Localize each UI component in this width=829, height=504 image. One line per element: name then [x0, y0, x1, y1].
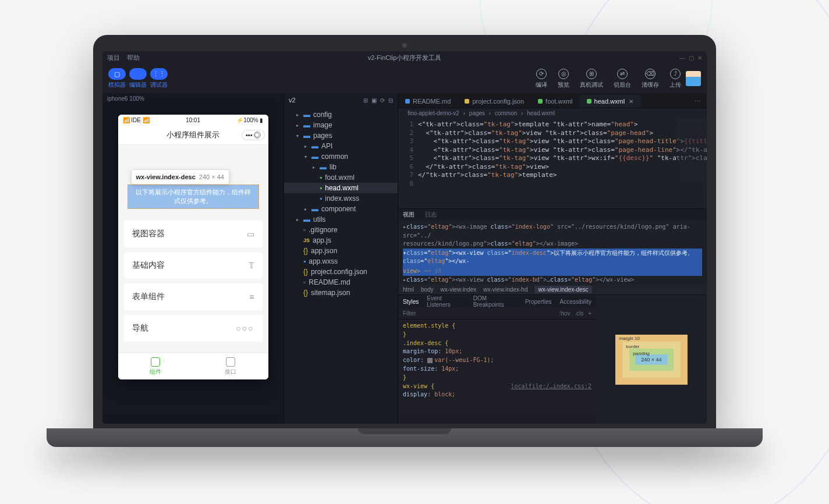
cls-toggle[interactable]: .cls	[575, 310, 583, 317]
mode-pill-1[interactable]: 编辑器	[129, 68, 147, 89]
breadcrumb: fino-applet-demo-v2 › pages › common › h…	[398, 108, 707, 118]
dom-crumb-seg[interactable]: body	[421, 286, 434, 293]
phone-preview: 📶 IDE 📶 10:01 ⚡100% ▮ 小程序组件展示 ••• ◯	[118, 115, 268, 379]
toolbar-action-1[interactable]: ◎预览	[558, 69, 569, 89]
toolbar-action-3[interactable]: ⇌切后台	[614, 69, 631, 89]
tree-item[interactable]: ▸▬utils	[284, 214, 398, 225]
dom-tree[interactable]: ▸class="eltag"><wx-image class="index-lo…	[398, 221, 707, 285]
toolbar-action-4[interactable]: ⌫清缓存	[642, 69, 659, 89]
nav-title: 小程序组件展示	[166, 130, 219, 140]
mode-pill-2[interactable]: ⋮⋮调试器	[150, 68, 168, 89]
menu-help[interactable]: 帮助	[127, 54, 140, 62]
tree-item[interactable]: {}project.config.json	[284, 267, 398, 277]
dom-crumb-seg[interactable]: wx-view.index-desc	[534, 286, 591, 293]
box-model: border padding 240 × 44	[596, 295, 707, 424]
inspect-tooltip: wx-view.index-desc240 × 44	[131, 169, 229, 184]
mode-pill-0[interactable]: ▢模拟器	[108, 68, 126, 89]
editor-area: README.md project.config.json foot.wxml …	[398, 93, 707, 424]
code-editor[interactable]: 12345678 <"tk-attr">class="tk-tag">templ…	[398, 118, 707, 208]
hov-toggle[interactable]: :hov	[559, 310, 570, 317]
styles-subtab[interactable]: Accessibility	[560, 299, 591, 305]
editor-tab[interactable]: project.config.json	[458, 95, 531, 108]
devtools-panel: 视图 日志 ▸class="eltag"><wx-image class="in…	[398, 208, 707, 424]
tree-item[interactable]: JSapp.js	[284, 235, 398, 246]
tab-close-icon[interactable]: ✕	[629, 98, 633, 105]
styles-subtab[interactable]: Event Listeners	[427, 295, 465, 308]
explorer-root[interactable]: v2	[289, 97, 296, 104]
minimap[interactable]	[678, 118, 707, 208]
more-icon[interactable]: •••	[246, 132, 253, 139]
new-folder-icon[interactable]: ▣	[371, 97, 377, 104]
toolbar-action-0[interactable]: ⟳编译	[536, 69, 547, 89]
devtools-tab-log[interactable]: 日志	[425, 211, 437, 219]
demo-menu-item[interactable]: 视图容器▭	[124, 221, 263, 247]
breadcrumb-seg[interactable]: common	[495, 110, 517, 116]
tree-item[interactable]: ▪foot.wxml	[284, 172, 398, 183]
phone-tab[interactable]: 组件	[118, 353, 193, 379]
dom-breadcrumb[interactable]: htmlbodywx-view.indexwx-view.index-hdwx-…	[398, 285, 707, 294]
styles-rules[interactable]: element.style {}.index-desc {</span></di…	[398, 320, 596, 424]
editor-tab[interactable]: head.wxml✕	[580, 95, 641, 108]
status-left: 📶 IDE 📶	[123, 117, 150, 123]
tree-item[interactable]: ▫README.md	[284, 277, 398, 288]
min-icon[interactable]: —	[679, 55, 685, 61]
device-label: iphone6 100%	[102, 93, 284, 104]
breadcrumb-seg[interactable]: fino-applet-demo-v2	[408, 110, 459, 116]
dom-crumb-seg[interactable]: html	[403, 286, 414, 293]
tree-item[interactable]: {}sitemap.json	[284, 288, 398, 298]
demo-menu-item[interactable]: 表单组件≡	[124, 283, 263, 310]
toolbar-action-5[interactable]: ⤴上传	[669, 69, 681, 89]
new-file-icon[interactable]: ⊞	[363, 97, 368, 104]
close-icon[interactable]: ✕	[697, 55, 702, 61]
menubar: 项目 帮助 v2-FinClip小程序开发工具 — ▢ ✕	[102, 51, 707, 64]
styles-subtab[interactable]: Styles	[403, 299, 419, 305]
add-rule-icon[interactable]: +	[588, 310, 591, 317]
selected-element-highlight: 以下将展示小程序官方组件能力，组件样式仅供参考。	[127, 184, 259, 209]
demo-menu-item[interactable]: 基础内容𝕋	[124, 252, 263, 279]
demo-menu-item[interactable]: 导航○○○	[124, 315, 263, 342]
tree-item[interactable]: ▸▬component	[284, 204, 398, 214]
status-right: ⚡100% ▮	[236, 117, 263, 123]
dom-crumb-seg[interactable]: wx-view.index-hd	[483, 286, 527, 293]
menu-project[interactable]: 项目	[107, 54, 120, 62]
avatar[interactable]	[686, 71, 701, 86]
devtools-tab-view[interactable]: 视图	[403, 211, 414, 219]
simulator-panel: iphone6 100% 📶 IDE 📶 10:01 ⚡100% ▮ 小程序组件…	[102, 93, 284, 424]
styles-subtab[interactable]: Properties	[525, 299, 552, 305]
tree-item[interactable]: ▪head.wxml	[284, 183, 398, 193]
close-circle-icon[interactable]: ◯	[254, 132, 261, 139]
styles-filter[interactable]: Filter	[403, 310, 416, 317]
tree-item[interactable]: ▪app.wxss	[284, 256, 398, 267]
tree-item[interactable]: ▸▬lib	[284, 162, 398, 172]
tab-more-icon[interactable]: ⋯	[689, 95, 707, 108]
tree-item[interactable]: ▾▬common	[284, 151, 398, 162]
tree-item[interactable]: ▫.gitignore	[284, 225, 398, 235]
tree-item[interactable]: ▸▬image	[284, 120, 398, 130]
breadcrumb-seg[interactable]: pages	[469, 110, 485, 116]
refresh-icon[interactable]: ⟳	[380, 97, 385, 104]
phone-tab[interactable]: 接口	[193, 353, 268, 379]
tree-item[interactable]: ▪index.wxss	[284, 193, 398, 204]
tree-item[interactable]: ▸▬API	[284, 141, 398, 151]
breadcrumb-seg[interactable]: head.wxml	[527, 110, 555, 116]
max-icon[interactable]: ▢	[689, 55, 694, 61]
laptop-frame: 项目 帮助 v2-FinClip小程序开发工具 — ▢ ✕ ▢模拟器 编辑器 ⋮…	[93, 35, 716, 447]
toolbar: ▢模拟器 编辑器 ⋮⋮调试器 ⟳编译 ◎预览 ⊞真机调试 ⇌切后台 ⌫清缓存 ⤴…	[102, 64, 707, 93]
dom-crumb-seg[interactable]: wx-view.index	[441, 286, 477, 293]
tree-item[interactable]: ▾▬pages	[284, 130, 398, 141]
styles-subtab[interactable]: DOM Breakpoints	[473, 295, 517, 308]
editor-tabstrip: README.md project.config.json foot.wxml …	[398, 93, 707, 108]
editor-tab[interactable]: README.md	[398, 95, 458, 108]
tree-item[interactable]: {}app.json	[284, 246, 398, 256]
file-explorer: v2 ⊞ ▣ ⟳ ⊟ ▸▬config ▸▬image ▾▬pages ▸▬AP…	[284, 93, 398, 424]
ide-window: 项目 帮助 v2-FinClip小程序开发工具 — ▢ ✕ ▢模拟器 编辑器 ⋮…	[102, 51, 707, 424]
collapse-icon[interactable]: ⊟	[388, 97, 393, 104]
capsule-button[interactable]: ••• ◯	[242, 130, 265, 140]
window-title: v2-FinClip小程序开发工具	[368, 54, 442, 62]
tree-item[interactable]: ▸▬config	[284, 109, 398, 120]
editor-tab[interactable]: foot.wxml	[531, 95, 579, 108]
toolbar-action-2[interactable]: ⊞真机调试	[580, 69, 603, 89]
status-time: 10:01	[186, 117, 200, 123]
